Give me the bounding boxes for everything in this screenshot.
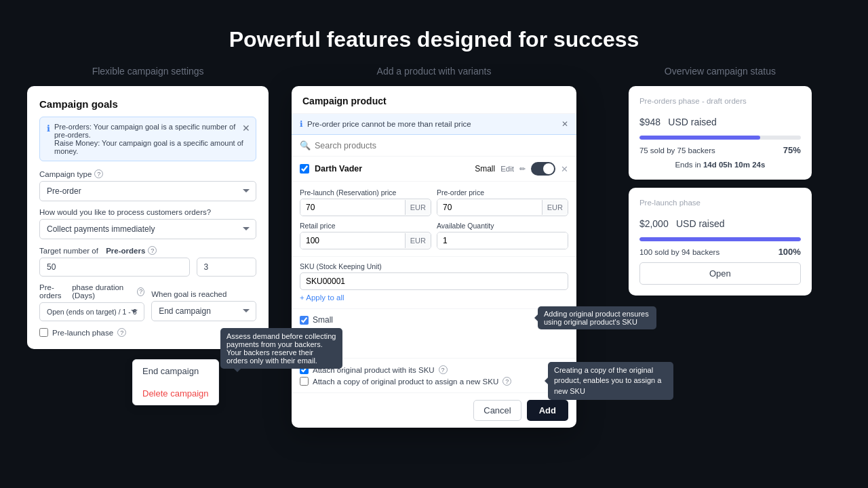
product-name: Darth Vader [315,164,469,174]
variant-small-label: Small [313,315,333,325]
preorders-progress-fill [639,136,761,140]
search-input[interactable] [315,141,568,150]
page-title: Powerful features designed for success [229,27,639,52]
attach-original-help-icon[interactable]: ? [439,365,448,374]
attach-copy-help-icon[interactable]: ? [502,377,511,386]
end-campaign-item[interactable]: End campaign [133,360,218,382]
duration-label: Pre-orders [39,283,69,300]
variant-tooltip: Adding original product ensures using or… [538,306,656,329]
campaign-goals-card: Campaign goals ℹ Pre-orders: Your campai… [27,86,269,349]
prelaunch-help-icon[interactable]: ? [117,328,126,337]
dropdown-overlay: Assess demand before collecting payments… [132,359,219,405]
open-button[interactable]: Open [639,262,801,285]
preorders-status-card: Pre-orders phase - draft orders $948 USD… [629,86,812,180]
duration-help-icon[interactable]: ? [137,287,144,296]
prelaunch-amount-unit: USD raised [676,218,725,229]
avail-qty-input[interactable] [437,232,568,249]
search-icon: 🔍 [300,140,311,150]
right-section-label: Overview campaign status [665,66,776,77]
price-fields-grid: Pre-launch (Reservation) price EUR Pre-o… [292,182,576,257]
prelaunch-price-label: Pre-launch (Reservation) price [300,188,431,197]
preorders-amount-value: $948 [639,117,660,127]
goal-reached-label: When goal is reached [151,290,226,298]
prelaunch-stats: 100 sold by 94 backers 100% [639,247,801,257]
target-label-prefix: Target number of [39,247,98,255]
prelaunch-checkbox[interactable] [39,328,48,337]
modal-banner: ℹ Pre-order price cannot be more than re… [292,114,576,135]
attach-copy-row: Attach a copy of original product to ass… [300,375,568,387]
search-bar: 🔍 [292,135,576,157]
prelaunch-phase-label: Pre-launch phase [639,199,801,207]
target-label-bold: Pre-orders [106,247,145,255]
prelaunch-label: Pre-launch phase [52,329,113,337]
retail-price-group: Retail price EUR [300,222,431,249]
duration-select[interactable]: Open (ends on target) / 1 - 60 days max [39,302,144,321]
process-label: How would you like to process customers … [39,208,211,216]
retail-price-input[interactable] [300,232,405,249]
tooltip-box: Assess demand before collecting payments… [220,328,342,369]
preorder-price-label: Pre-order price [437,188,568,197]
ends-value: 14d 05h 10m 24s [703,161,765,169]
retail-price-label: Retail price [300,222,431,230]
attach-tooltip: Creating a copy of the original product,… [548,362,673,400]
add-button[interactable]: Add [527,400,568,421]
cancel-button[interactable]: Cancel [473,400,521,421]
retail-price-unit: EUR [405,233,431,248]
ends-in: Ends in 14d 05h 10m 24s [639,161,801,169]
target-help-icon[interactable]: ? [148,246,157,255]
per-customer-input[interactable] [197,258,257,277]
duration-label-rest: phase duration (Days) [72,283,134,300]
apply-to-all-link[interactable]: + Apply to all [300,293,344,302]
prelaunch-stats-text: 100 sold by 94 backers [639,248,719,256]
delete-campaign-item[interactable]: Delete campaign [133,382,218,405]
middle-section-label: Add a product with variants [377,66,492,77]
product-close-button[interactable]: ✕ [561,164,568,174]
info-banner: ℹ Pre-orders: Your campaign goal is a sp… [39,117,256,161]
preorder-price-unit: EUR [542,200,568,215]
avail-qty-label: Available Quantity [437,222,568,230]
modal-banner-icon: ℹ [300,119,303,129]
prelaunch-status-card: Pre-launch phase $2,000 USD raised 100 s… [629,188,812,296]
sku-input[interactable] [300,272,568,290]
prelaunch-price-unit: EUR [405,200,431,215]
product-variant: Small [475,164,495,174]
prelaunch-progress-bar [639,237,801,241]
info-line2: Raise Money: Your campaign goal is a spe… [54,139,249,155]
preorder-price-input[interactable] [437,199,542,216]
prelaunch-pct: 100% [778,247,801,257]
variant-small-checkbox[interactable] [300,316,309,325]
info-line1: Pre-orders: Your campaign goal is a spec… [54,123,249,139]
preorders-amount: $948 USD raised [639,109,801,130]
product-checkbox[interactable] [300,164,309,174]
info-icon: ℹ [47,123,50,134]
campaign-type-help-icon[interactable]: ? [94,169,103,178]
edit-link[interactable]: Edit [500,165,514,173]
campaign-type-label: Campaign type [39,170,92,178]
prelaunch-price-input[interactable] [300,199,405,216]
product-row: Darth Vader Small Edit ✏ ✕ [292,157,576,182]
goal-reached-select[interactable]: End campaign [151,301,256,321]
close-banner-button[interactable]: ✕ [242,123,250,134]
prelaunch-price-group: Pre-launch (Reservation) price EUR [300,188,431,216]
campaign-type-select[interactable]: Pre-order [39,181,256,201]
preorders-stats: 75 sold by 75 backers 75% [639,145,801,155]
modal-banner-text: Pre-order price cannot be more than reta… [307,120,471,128]
preorders-amount-unit: USD raised [668,117,717,127]
attach-copy-label: Attach a copy of original product to ass… [313,378,498,386]
left-section-label: Flexible campaign settings [92,66,204,77]
sku-label: SKU (Stock Keeping Unit) [300,262,568,270]
preorders-stats-text: 75 sold by 75 backers [639,146,715,155]
preorders-progress-bar [639,136,801,140]
target-number-input[interactable] [39,258,190,277]
prelaunch-progress-fill [639,237,801,241]
dropdown-menu: End campaign Delete campaign [132,359,219,405]
product-toggle[interactable] [531,162,555,176]
attach-copy-checkbox[interactable] [300,377,309,386]
modal-title: Campaign product [302,96,566,106]
modal-banner-close[interactable]: ✕ [561,119,568,129]
card-title: Campaign goals [39,98,256,110]
sku-section: SKU (Stock Keeping Unit) + Apply to all [292,257,576,309]
edit-icon[interactable]: ✏ [519,165,526,174]
variant-small-row: Small Adding original product ensures us… [300,313,568,327]
process-select[interactable]: Collect payments immediately [39,219,256,239]
